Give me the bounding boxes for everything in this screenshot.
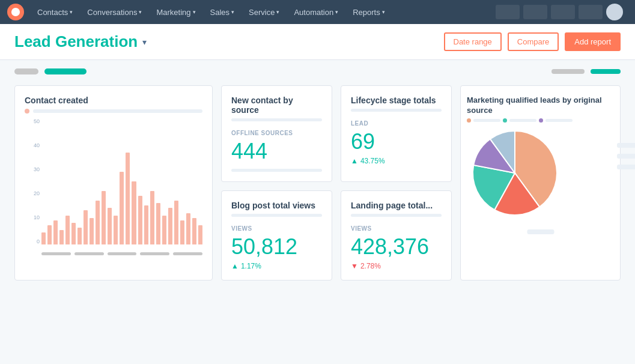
new-contact-card: New contact by source OFFLINE SOURCES 44…	[221, 85, 332, 182]
bar-segment	[126, 153, 130, 244]
bar-segment	[108, 208, 112, 244]
bar-segment	[59, 230, 64, 244]
bar-segment	[71, 223, 76, 244]
nav-service[interactable]: Service ▾	[243, 0, 285, 24]
bar-segment	[47, 225, 52, 244]
nav-sales[interactable]: Sales ▾	[204, 0, 241, 24]
pie-dot-email	[539, 118, 543, 123]
bar-segment	[96, 201, 100, 244]
lifecycle-title: Lifecycle stage totals	[351, 96, 442, 105]
card-subtitle-bar	[351, 109, 442, 112]
y-axis-label: 40	[34, 142, 40, 148]
y-axis-label: 10	[34, 214, 40, 220]
bar-chart: 50403020100	[25, 118, 202, 262]
date-range-button[interactable]: Date range	[444, 32, 502, 51]
title-dropdown-icon[interactable]: ▾	[142, 37, 147, 47]
bar-segment	[65, 216, 70, 244]
bar-segment	[192, 218, 196, 244]
pie-legend-area	[467, 118, 614, 123]
legend-bar	[33, 109, 202, 113]
pie-label-bar-3	[545, 119, 573, 122]
blog-post-value: 50,812	[231, 234, 322, 259]
legend-dot	[25, 109, 29, 114]
pie-bottom-label	[527, 229, 554, 234]
chevron-down-icon: ▾	[139, 9, 142, 15]
header-actions: Date range Compare Add report	[444, 32, 621, 51]
y-axis-label: 50	[34, 118, 40, 124]
lifecycle-change: ▲ 43.75%	[351, 157, 442, 165]
up-arrow-icon: ▲	[231, 262, 239, 270]
contact-created-title: Contact created	[25, 96, 202, 105]
bar-segment	[77, 228, 82, 244]
chevron-down-icon: ▾	[193, 9, 196, 15]
down-arrow-icon: ▼	[351, 262, 358, 270]
nav-action-btn-3[interactable]	[551, 5, 575, 19]
nav-right-actions	[496, 4, 623, 20]
y-axis: 50403020100	[25, 118, 40, 244]
bars-container	[41, 118, 202, 244]
card-subtitle-bar	[351, 214, 442, 217]
mql-title: Marketing qualified leads by original so…	[467, 96, 614, 116]
y-axis-label: 0	[37, 238, 40, 244]
nav-conversations[interactable]: Conversations ▾	[81, 0, 148, 24]
blog-post-label: VIEWS	[231, 225, 322, 232]
bar-segment	[162, 216, 166, 244]
x-axis-label	[140, 252, 169, 255]
card-subtitle-bar	[231, 214, 322, 217]
nav-action-btn-1[interactable]	[496, 5, 520, 19]
nav-action-btn-4[interactable]	[579, 5, 603, 19]
landing-page-title: Landing page total...	[351, 201, 442, 210]
y-axis-label: 30	[34, 166, 40, 172]
avatar[interactable]	[606, 4, 623, 20]
new-contact-label: OFFLINE SOURCES	[231, 130, 322, 136]
bar-segment	[53, 220, 58, 244]
nav-contacts[interactable]: Contacts ▾	[31, 0, 79, 24]
filter-pill-2	[44, 68, 87, 74]
page-header: Lead Generation ▾ Date range Compare Add…	[0, 24, 635, 60]
pie-dot-social	[503, 118, 507, 123]
pie-label-bar-2	[509, 119, 536, 122]
blog-post-card: Blog post total views VIEWS 50,812 ▲ 1.1…	[221, 190, 332, 281]
bar-segment	[198, 225, 202, 244]
pie-bottom-label-container	[527, 229, 554, 234]
chevron-down-icon: ▾	[231, 9, 234, 15]
bar-segment	[90, 218, 94, 244]
nav-reports[interactable]: Reports ▾	[347, 0, 391, 24]
bar-segment	[114, 216, 118, 244]
landing-page-change: ▼ 2.78%	[351, 262, 442, 270]
blog-post-change: ▲ 1.17%	[231, 262, 322, 270]
card-subtitle-bar	[231, 118, 322, 121]
hubspot-logo[interactable]	[7, 4, 24, 20]
bar-segment	[102, 191, 106, 244]
nav-automation[interactable]: Automation ▾	[288, 0, 344, 24]
bar-segment	[120, 172, 124, 244]
chevron-down-icon: ▾	[382, 9, 385, 15]
navbar: Contacts ▾ Conversations ▾ Marketing ▾ S…	[0, 0, 635, 24]
bar-segment	[180, 220, 184, 244]
compare-button[interactable]: Compare	[508, 32, 559, 51]
pie-label-bar-1	[473, 119, 500, 122]
x-axis	[41, 244, 202, 262]
landing-page-card: Landing page total... VIEWS 428,376 ▼ 2.…	[341, 190, 452, 281]
lifecycle-value: 69	[351, 129, 442, 154]
legend-row	[25, 109, 202, 114]
add-report-button[interactable]: Add report	[565, 32, 621, 51]
bar-segment	[138, 196, 142, 244]
bottom-bar	[231, 169, 322, 172]
bar-segment	[186, 213, 190, 245]
y-axis-label: 20	[34, 190, 40, 196]
up-arrow-icon: ▲	[351, 157, 358, 165]
landing-page-value: 428,376	[351, 234, 442, 259]
chevron-down-icon: ▾	[70, 9, 73, 15]
x-axis-label	[41, 252, 71, 255]
bar-segment	[156, 203, 160, 244]
pie-dot-organic	[467, 118, 471, 123]
filter-pill-right-2	[591, 69, 621, 74]
x-axis-label	[74, 252, 104, 255]
nav-action-btn-2[interactable]	[523, 5, 547, 19]
x-axis-label	[173, 252, 202, 255]
contact-created-card: Contact created 50403020100	[14, 85, 213, 281]
bar-segment	[41, 232, 46, 244]
pie-side-labels	[617, 143, 635, 169]
nav-marketing[interactable]: Marketing ▾	[150, 0, 201, 24]
